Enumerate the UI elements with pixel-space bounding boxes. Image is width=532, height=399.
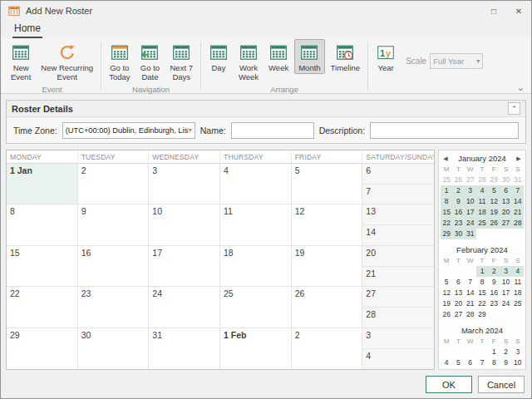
mini-date-6[interactable]: 6	[465, 357, 476, 368]
day-cell-6[interactable]: 6	[362, 164, 434, 185]
mini-date-19[interactable]: 19	[441, 298, 452, 309]
ribbon-button-go-to-today[interactable]: Go toToday	[105, 39, 134, 84]
mini-date-23[interactable]: 23	[452, 218, 464, 229]
mini-date-11[interactable]: 11	[512, 277, 524, 288]
mini-date-10[interactable]: 10	[500, 277, 511, 288]
day-cell-17[interactable]: 17	[149, 246, 220, 287]
mini-date-16[interactable]: 16	[488, 288, 500, 298]
scale-dropdown[interactable]: Full Year▾	[430, 53, 483, 69]
mini-date-22[interactable]: 22	[441, 218, 452, 229]
mini-date-28[interactable]: 28	[465, 309, 476, 320]
mini-date-7[interactable]: 7	[476, 357, 488, 368]
description-field[interactable]	[370, 122, 519, 139]
mini-date-27[interactable]: 27	[452, 309, 464, 320]
mini-date-12[interactable]: 12	[488, 196, 500, 207]
day-cell-15[interactable]: 15	[7, 246, 78, 287]
mini-date-31[interactable]: 31	[465, 229, 476, 239]
day-cell-9[interactable]: 9	[78, 204, 150, 245]
mini-date-15[interactable]: 15	[441, 207, 452, 218]
day-cell-13[interactable]: 13	[362, 204, 434, 225]
day-cell-22[interactable]: 22	[7, 287, 78, 328]
mini-date-4[interactable]: 4	[512, 266, 524, 277]
day-cell-7[interactable]: 7	[362, 185, 434, 204]
ribbon-button-year[interactable]: 1yYear	[372, 39, 400, 74]
mini-date-15[interactable]: 15	[488, 368, 500, 370]
day-cell-20[interactable]: 20	[362, 246, 434, 267]
mini-date-4[interactable]: 4	[476, 185, 488, 196]
mini-date-14[interactable]: 14	[465, 288, 476, 298]
mini-date-12[interactable]: 12	[452, 368, 464, 370]
day-cell-1-jan[interactable]: 1 Jan	[7, 164, 78, 204]
day-cell-1-feb[interactable]: 1 Feb	[220, 328, 292, 369]
mini-date-11[interactable]: 11	[441, 368, 452, 370]
mini-date-3[interactable]: 3	[500, 266, 511, 277]
ribbon-button-new-event[interactable]: NewEvent	[7, 39, 35, 84]
mini-date-18[interactable]: 18	[476, 207, 488, 218]
day-cell-24[interactable]: 24	[149, 287, 220, 328]
mini-date-26[interactable]: 26	[452, 175, 464, 185]
ribbon-button-timeline[interactable]: Timeline	[327, 39, 365, 74]
day-cell-2[interactable]: 2	[292, 328, 363, 369]
mini-date-30[interactable]: 30	[500, 175, 511, 185]
mini-date-4[interactable]: 4	[441, 357, 452, 368]
mini-date-11[interactable]: 11	[476, 196, 488, 207]
mini-date-5[interactable]: 5	[452, 357, 464, 368]
mini-date-8[interactable]: 8	[476, 277, 488, 288]
mini-date-14[interactable]: 14	[476, 368, 488, 370]
mini-date-7[interactable]: 7	[512, 185, 524, 196]
mini-date-22[interactable]: 22	[476, 298, 488, 309]
day-cell-14[interactable]: 14	[362, 225, 434, 245]
day-cell-10[interactable]: 10	[149, 204, 220, 245]
mini-date-23[interactable]: 23	[488, 298, 500, 309]
day-cell-2[interactable]: 2	[78, 164, 150, 204]
mini-date-28[interactable]: 28	[476, 175, 488, 185]
mini-date-9[interactable]: 9	[500, 357, 511, 368]
mini-date-15[interactable]: 15	[476, 288, 488, 298]
mini-date-17[interactable]: 17	[512, 368, 524, 370]
day-cell-29[interactable]: 29	[7, 328, 78, 369]
day-cell-4[interactable]: 4	[220, 164, 292, 204]
mini-date-27[interactable]: 27	[500, 218, 511, 229]
mini-date-29[interactable]: 29	[488, 175, 500, 185]
prev-month-arrow-icon[interactable]: ◀	[441, 155, 451, 162]
day-cell-31[interactable]: 31	[149, 328, 220, 369]
mini-date-2[interactable]: 2	[500, 347, 511, 357]
mini-date-30[interactable]: 30	[452, 229, 464, 239]
mini-date-9[interactable]: 9	[452, 196, 464, 207]
day-cell-12[interactable]: 12	[292, 204, 363, 245]
mini-date-2[interactable]: 2	[452, 185, 464, 196]
mini-date-25[interactable]: 25	[512, 298, 524, 309]
mini-date-7[interactable]: 7	[465, 277, 476, 288]
mini-date-13[interactable]: 13	[452, 288, 464, 298]
cancel-button[interactable]: Cancel	[478, 376, 525, 393]
mini-date-26[interactable]: 26	[488, 218, 500, 229]
day-cell-5[interactable]: 5	[292, 164, 363, 204]
mini-date-1[interactable]: 1	[476, 266, 488, 277]
mini-date-16[interactable]: 16	[500, 368, 511, 370]
mini-date-1[interactable]: 1	[441, 185, 452, 196]
mini-date-5[interactable]: 5	[488, 185, 500, 196]
mini-date-1[interactable]: 1	[488, 347, 500, 357]
mini-date-20[interactable]: 20	[500, 207, 511, 218]
mini-date-2[interactable]: 2	[488, 266, 500, 277]
mini-date-10[interactable]: 10	[512, 357, 524, 368]
panel-collapse-chevron-icon[interactable]: ⌃	[508, 102, 520, 115]
mini-date-29[interactable]: 29	[441, 229, 452, 239]
ok-button[interactable]: OK	[426, 376, 472, 393]
day-cell-21[interactable]: 21	[362, 267, 434, 287]
day-cell-30[interactable]: 30	[78, 328, 150, 369]
maximize-button[interactable]: □	[481, 1, 506, 21]
mini-date-20[interactable]: 20	[452, 298, 464, 309]
mini-date-17[interactable]: 17	[500, 288, 511, 298]
mini-date-27[interactable]: 27	[465, 175, 476, 185]
ribbon-button-work-week[interactable]: WorkWeek	[234, 39, 263, 84]
mini-date-8[interactable]: 8	[488, 357, 500, 368]
mini-date-19[interactable]: 19	[488, 207, 500, 218]
mini-date-8[interactable]: 8	[441, 196, 452, 207]
next-month-arrow-icon[interactable]: ▶	[514, 155, 524, 162]
mini-date-6[interactable]: 6	[500, 185, 511, 196]
mini-date-24[interactable]: 24	[465, 218, 476, 229]
mini-date-3[interactable]: 3	[465, 185, 476, 196]
timezone-dropdown[interactable]: (UTC+00:00) Dublin, Edinburgh, Lisbon, ▾	[62, 122, 195, 139]
mini-date-28[interactable]: 28	[512, 218, 524, 229]
